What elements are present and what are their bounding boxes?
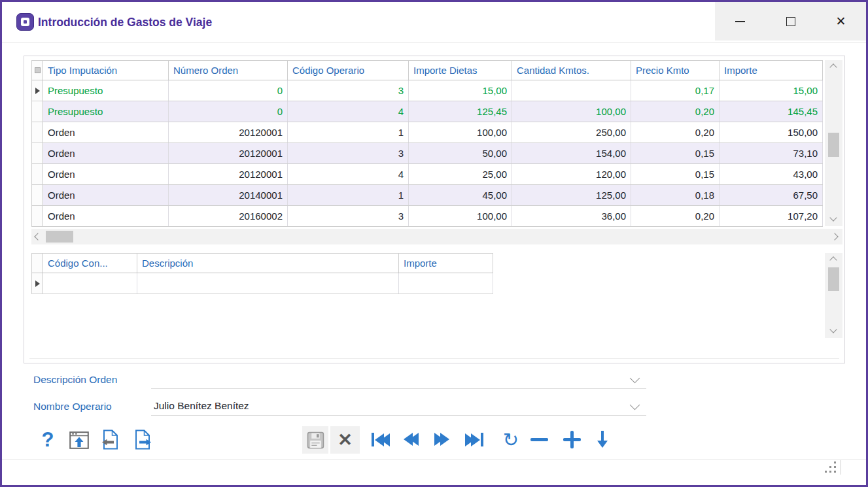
column-header[interactable]: Descripción [137, 254, 399, 273]
grid-cell[interactable] [399, 273, 493, 294]
vscroll-thumb[interactable] [828, 133, 839, 157]
grid-cell[interactable]: 43,00 [720, 164, 823, 184]
grid-cell[interactable]: 3 [288, 206, 409, 226]
grid-cell[interactable]: 100,00 [409, 206, 512, 226]
grid-cell[interactable]: 150,00 [720, 122, 823, 143]
grid-cell[interactable] [512, 80, 631, 101]
column-header[interactable]: Número Orden [169, 61, 288, 80]
grid-cell[interactable]: Orden [43, 206, 169, 226]
scroll-left-icon[interactable] [34, 233, 41, 240]
grid-cell[interactable]: 15,00 [720, 80, 823, 101]
vscroll-thumb[interactable] [828, 267, 839, 291]
grid-cell[interactable]: 0,20 [631, 122, 720, 143]
insert-record-button[interactable] [563, 431, 581, 448]
last-record-button[interactable] [465, 433, 483, 446]
row-selector[interactable] [32, 101, 43, 122]
grid-cell[interactable]: 20140001 [169, 185, 288, 205]
grid-cell[interactable]: 15,00 [409, 80, 512, 101]
document-export-button[interactable] [133, 428, 152, 450]
grid-cell[interactable]: 0,18 [631, 185, 720, 205]
grid-cell[interactable]: Presupuesto [43, 101, 169, 122]
scroll-right-icon[interactable] [831, 233, 838, 240]
row-selector[interactable] [32, 273, 43, 294]
chevron-down-icon[interactable] [630, 373, 640, 384]
grid-cell[interactable] [137, 273, 399, 294]
resize-grip[interactable] [825, 462, 842, 475]
chevron-down-icon[interactable] [630, 400, 640, 411]
grid-cell[interactable]: 36,00 [512, 206, 631, 226]
grid-cell[interactable]: 73,10 [720, 143, 823, 163]
row-selector[interactable] [32, 185, 43, 205]
column-selector-button[interactable] [32, 254, 43, 273]
descripcion-orden-combo[interactable] [151, 371, 646, 389]
grid-cell[interactable]: 50,00 [409, 143, 512, 163]
nombre-operario-combo[interactable]: Julio Benítez Benítez [151, 398, 646, 416]
grid-cell[interactable]: 1 [288, 122, 409, 143]
row-selector[interactable] [32, 164, 43, 184]
grid-cell[interactable]: 20120001 [169, 143, 288, 163]
previous-record-button[interactable] [404, 433, 419, 446]
scroll-down-icon[interactable] [829, 326, 837, 333]
post-record-button[interactable] [597, 431, 608, 448]
grid-cell[interactable]: 3 [288, 143, 409, 163]
document-import-button[interactable] [100, 428, 120, 450]
row-selector[interactable] [32, 206, 43, 226]
scroll-up-icon[interactable] [829, 63, 837, 71]
minimize-button[interactable] [715, 2, 765, 41]
grid-cell[interactable]: 0 [169, 80, 288, 101]
hscroll-thumb[interactable] [46, 231, 73, 243]
column-header[interactable]: Cantidad Kmtos. [512, 61, 631, 80]
refresh-button[interactable]: ↻ [500, 428, 521, 452]
grid-cell[interactable]: 145,45 [720, 101, 823, 122]
save-button[interactable] [302, 426, 328, 454]
grid-cell[interactable]: 4 [288, 101, 409, 122]
grid-cell[interactable]: 0,15 [631, 164, 720, 184]
expenses-grid-vscrollbar[interactable] [825, 60, 842, 226]
column-header[interactable]: Tipo Imputación [43, 61, 169, 80]
maximize-button[interactable] [765, 2, 816, 41]
grid-cell[interactable]: 125,45 [409, 101, 512, 122]
grid-cell[interactable]: 4 [288, 164, 409, 184]
grid-cell[interactable]: 0,17 [631, 80, 720, 101]
column-header[interactable]: Importe Dietas [409, 61, 512, 80]
column-header[interactable]: Código Con... [43, 254, 137, 273]
grid-cell[interactable]: 0,20 [631, 206, 720, 226]
grid-cell[interactable]: 45,00 [409, 185, 512, 205]
grid-cell[interactable]: 3 [288, 80, 409, 101]
column-header[interactable]: Importe [720, 61, 823, 80]
row-selector[interactable] [32, 143, 43, 163]
cancel-button[interactable]: ✕ [330, 426, 360, 454]
grid-cell[interactable]: 250,00 [512, 122, 631, 143]
scroll-up-icon[interactable] [829, 256, 837, 263]
row-selector[interactable] [32, 122, 43, 143]
grid-cell[interactable]: 0,20 [631, 101, 720, 122]
grid-cell[interactable]: 107,20 [720, 206, 823, 226]
close-button[interactable]: ✕ [816, 2, 866, 41]
column-header[interactable]: Precio Kmto [631, 61, 720, 80]
column-header[interactable]: Código Operario [288, 61, 409, 80]
grid-cell[interactable]: 100,00 [409, 122, 512, 143]
grid-cell[interactable]: 100,00 [512, 101, 631, 122]
expenses-grid-hscrollbar[interactable] [31, 229, 842, 244]
grid-cell[interactable]: 125,00 [512, 185, 631, 205]
grid-cell[interactable]: 154,00 [512, 143, 631, 163]
first-record-button[interactable] [372, 433, 390, 446]
grid-cell[interactable]: Orden [43, 122, 169, 143]
column-selector-button[interactable] [32, 61, 43, 80]
grid-cell[interactable]: Presupuesto [43, 80, 169, 101]
grid-cell[interactable]: 20160002 [169, 206, 288, 226]
grid-cell[interactable]: 67,50 [720, 185, 823, 205]
grid-cell[interactable]: Orden [43, 185, 169, 205]
grid-cell[interactable]: 1 [288, 185, 409, 205]
grid-cell[interactable]: Orden [43, 164, 169, 184]
concepts-grid-vscrollbar[interactable] [825, 253, 842, 338]
grid-cell[interactable]: 20120001 [169, 122, 288, 143]
delete-record-button[interactable] [530, 438, 548, 441]
grid-cell[interactable]: 25,00 [409, 164, 512, 184]
next-record-button[interactable] [434, 433, 449, 446]
grid-cell[interactable]: Orden [43, 143, 169, 163]
window-upload-button[interactable] [69, 431, 90, 449]
column-header[interactable]: Importe [399, 254, 493, 273]
grid-cell[interactable]: 0,15 [631, 143, 720, 163]
scroll-down-icon[interactable] [829, 214, 837, 221]
